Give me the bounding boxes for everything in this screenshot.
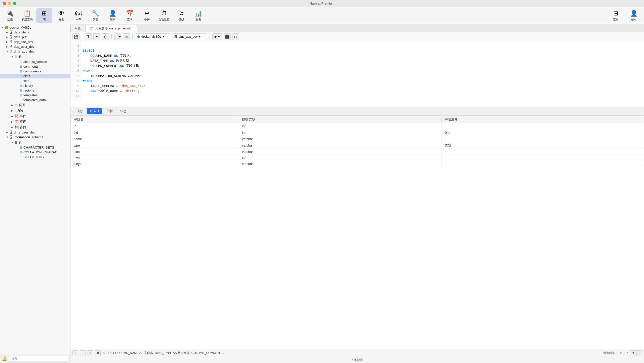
tab-result1[interactable]: 结果 1 <box>87 108 102 114</box>
layout-icon: ⊟ <box>613 10 618 17</box>
db-name-selector[interactable]: 🗄 dms_app_dev ▾ <box>172 33 207 40</box>
sidebar-item-queries[interactable]: ▶ 📅 查询 <box>0 119 70 124</box>
sidebar-item-data-plat[interactable]: ▶ 🗄 data_plat <box>0 35 70 39</box>
toolbar-view[interactable]: 👁 视图 <box>53 8 69 23</box>
sidebar-item-history[interactable]: ⊞ history <box>0 83 70 88</box>
add-record-button[interactable]: + <box>72 350 78 356</box>
toolbar-other[interactable]: 🔧 其它 <box>88 8 104 23</box>
tab-status[interactable]: 状态 <box>117 108 130 114</box>
toolbar-function[interactable]: f(x) 函数 <box>70 8 87 23</box>
arrow-icon: ▶ <box>11 109 15 112</box>
code-line-9: TABLE_SCHEMA = 'dms_app_dev' <box>83 83 642 88</box>
connect-label: 连接 <box>7 18 13 21</box>
table-row[interactable]: namevarchar <box>71 136 644 142</box>
run-dropdown-icon: ▾ <box>218 35 220 38</box>
sidebar-item-alembic-version[interactable]: ⊞ alembic_version <box>0 59 70 64</box>
model-icon: 🗂 <box>178 10 184 17</box>
sidebar-item-dicts[interactable]: ⊞ dicts <box>0 74 70 78</box>
table-row[interactable]: typevarchar类型 <box>71 142 644 149</box>
search-input[interactable] <box>9 356 68 362</box>
db-connection-selector[interactable]: docker-MySQL ▾ <box>135 33 170 40</box>
open-file-button[interactable]: 📄▾ <box>114 33 121 40</box>
bracket-button[interactable]: () <box>102 33 109 40</box>
grid-button[interactable]: ⊞ <box>123 33 130 40</box>
toolbar-model[interactable]: 🗂 模型 <box>173 8 189 23</box>
db-icon: 🗄 <box>10 135 13 139</box>
bracket-icon: () <box>104 35 106 39</box>
confirm-button[interactable]: ✓ <box>88 350 93 356</box>
table-name: COLLATIONS <box>23 155 44 159</box>
toolbar-new-query[interactable]: 📋 新建查询 <box>19 8 35 23</box>
tab-status-label: 状态 <box>120 109 127 113</box>
table-row[interactable]: idint <box>71 123 644 129</box>
delete-record-button[interactable]: − <box>80 350 86 356</box>
table-cell-field: name <box>71 136 239 142</box>
sidebar-item-flies[interactable]: ⊞ flies <box>0 78 70 83</box>
sidebar-item-collations[interactable]: ⊞ COLLATIONS <box>0 155 70 159</box>
sidebar-item-docker-mysql[interactable]: ▼ 🟢 docker-MySQL <box>0 25 70 30</box>
sidebar-item-regions[interactable]: ⊞ regions <box>0 88 70 93</box>
sidebar-item-templates[interactable]: ⊞ templates <box>0 93 70 98</box>
tab-query1[interactable]: 📋 无标题@dms_app_dev (d... <box>86 25 137 32</box>
sidebar-item-views[interactable]: ▶ ◫ 视图 <box>0 102 70 108</box>
editor-area[interactable]: 1 2 3 4 5 6 7 8 9 10 11 SELECT COLUMN_NA… <box>70 41 644 107</box>
toolbar-user[interactable]: 👤 用户 <box>105 8 121 23</box>
toolbar-table[interactable]: ⊞ 表 <box>36 8 52 23</box>
table-name: templates <box>23 93 37 97</box>
explain-button[interactable]: ⊟ <box>232 33 239 40</box>
function-icon: f(x) <box>75 10 83 17</box>
sidebar-item-dcp-user-dev[interactable]: ▶ 🗄 dcp_user_dev <box>0 44 70 49</box>
sidebar-item-components[interactable]: ⊞ components <box>0 69 70 74</box>
minimize-window-button[interactable] <box>8 2 11 5</box>
tab-object[interactable]: 对象 <box>70 25 85 32</box>
fullscreen-window-button[interactable] <box>13 2 16 5</box>
sidebar-item-dms-app-dev[interactable]: ▼ 🗄 dms_app_dev <box>0 49 70 54</box>
toolbar-backup[interactable]: ↩ 备份 <box>139 8 155 23</box>
tab-profile[interactable]: 剖析 <box>103 108 116 114</box>
db-icon: 🗄 <box>10 40 13 44</box>
table-row[interactable]: iconvarchar <box>71 149 644 155</box>
grid-view-button[interactable]: ⊞ <box>630 350 635 356</box>
sidebar-item-info-tables-group[interactable]: ▼ ⊞ 表 <box>0 140 70 145</box>
toolbar-schedule[interactable]: ⏱ 自动运行 <box>156 8 172 23</box>
run-button[interactable]: ▶ ▾ <box>212 33 222 40</box>
toolbar-login[interactable]: 👤 登录 <box>626 8 642 23</box>
text-format-button[interactable]: T <box>85 33 92 40</box>
list-view-button[interactable]: ☰ <box>636 350 642 356</box>
table-row[interactable]: levelint <box>71 155 644 161</box>
close-window-button[interactable] <box>3 2 6 5</box>
view-group-icon: ◫ <box>15 103 18 107</box>
sidebar-item-functions[interactable]: ▶ f 函数 <box>0 108 70 113</box>
sidebar-item-templates-data[interactable]: ⊞ templates_data <box>0 98 70 102</box>
table-row[interactable]: pidint父id <box>71 129 644 136</box>
toolbar-layout[interactable]: ⊟ 查看 <box>608 8 624 23</box>
beautify-button[interactable]: ✦ <box>93 33 100 40</box>
arrow-icon: ▶ <box>11 104 15 107</box>
group-name: 备份 <box>20 125 26 129</box>
sidebar-item-events[interactable]: ▶ ⏰ 事件 <box>0 113 70 119</box>
table-cell-field: pinyin <box>71 161 239 167</box>
sidebar-item-information-schema[interactable]: ▼ 🗄 information_schema <box>0 135 70 140</box>
table-cell-comment <box>441 136 644 142</box>
sidebar-item-tables-group[interactable]: ▼ ⊞ 表 <box>0 54 70 59</box>
save-button[interactable]: 💾 <box>72 33 79 40</box>
cancel-button[interactable]: ✕ <box>95 350 101 356</box>
sidebar-item-comments[interactable]: ⊞ comments <box>0 64 70 69</box>
sidebar-item-collation-charac[interactable]: ⊞ COLLATION_CHARAC... <box>0 150 70 155</box>
sidebar-item-character-sets[interactable]: ⊞ CHARACTER_SETS <box>0 145 70 150</box>
run-icon: ▶ <box>215 35 217 38</box>
table-name: comments <box>23 65 38 68</box>
toolbar-chart[interactable]: 📊 图表 <box>190 8 206 23</box>
sidebar-item-backup[interactable]: ▶ 💾 备份 <box>0 124 70 130</box>
tab-info[interactable]: 信息 <box>73 108 86 114</box>
stop-button[interactable]: ⬛ <box>224 33 231 40</box>
table-icon: ⊞ <box>20 84 22 87</box>
user-icon: 👤 <box>109 10 116 17</box>
table-row[interactable]: pinyinvarchar <box>71 161 644 167</box>
main-toolbar: 🔌 连接 📋 新建查询 ⊞ 表 👁 视图 f(x) 函数 🔧 其它 👤 用户 📅… <box>0 7 644 24</box>
sidebar-item-dms-user-dev[interactable]: ▶ 🗄 dms_user_dev <box>0 130 70 135</box>
sidebar-item-data-demo[interactable]: ▶ 🗄 data_demo <box>0 30 70 35</box>
toolbar-connect[interactable]: 🔌 连接 <box>2 8 18 23</box>
toolbar-query[interactable]: 📅 查询 <box>122 8 138 23</box>
sidebar-item-dcp-site-dev[interactable]: ▶ 🗄 dcp_site_dev <box>0 39 70 44</box>
